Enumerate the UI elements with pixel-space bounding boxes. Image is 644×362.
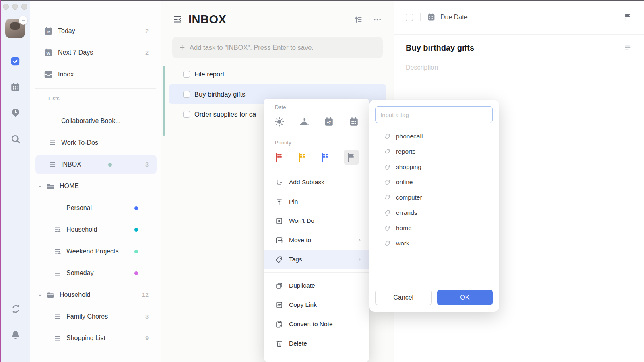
tag-option-online[interactable]: online (369, 175, 499, 190)
list-label: Family Chores (66, 313, 108, 320)
menu-item-pin[interactable]: Pin (264, 192, 369, 211)
tag-option-reports[interactable]: reports (369, 144, 499, 159)
note-lines-icon[interactable] (623, 43, 632, 52)
priority-low-button[interactable] (320, 152, 331, 162)
sidebar: Today 2 Next 7 Days 2 Inbox Lists Collab… (30, 0, 161, 362)
date-tomorrow-button[interactable] (299, 117, 310, 127)
due-date-button[interactable]: Due Date (427, 13, 468, 21)
date-section-label: Date (275, 104, 358, 110)
menu-item-copy-link[interactable]: Copy Link (264, 295, 369, 315)
notifications-button[interactable] (10, 330, 21, 341)
sort-icon[interactable] (354, 15, 363, 24)
add-task-input[interactable]: Add task to "INBOX". Press Enter to save… (172, 37, 383, 58)
page-title: INBOX (188, 11, 226, 27)
sidebar-item-inbox[interactable]: Inbox (30, 64, 161, 85)
sidebar-item-today[interactable]: Today 2 (30, 20, 161, 42)
sync-icon (10, 303, 21, 315)
list-icon (48, 160, 56, 169)
tag-input[interactable] (375, 106, 493, 123)
menu-item-label: Add Subtask (289, 179, 324, 186)
date-custom-button[interactable] (349, 117, 359, 127)
sidebar-list-shopping-list[interactable]: Shopping List 9 (30, 327, 161, 349)
sidebar-list-someday[interactable]: Someday (30, 262, 161, 284)
avatar[interactable] (5, 19, 25, 38)
tag-option-home[interactable]: home (369, 220, 499, 236)
sidebar-scrollbar-thumb[interactable] (163, 66, 165, 136)
sidebar-folder-home[interactable]: HOME (30, 175, 161, 197)
tag-icon (384, 164, 391, 171)
priority-medium-button[interactable] (297, 152, 308, 162)
sidebar-list-collaborative[interactable]: Collaborative Book... (30, 110, 161, 132)
description-placeholder[interactable]: Description (406, 64, 633, 71)
tasks-nav-button[interactable] (10, 56, 21, 66)
tag-icon (384, 194, 391, 201)
calendar-nav-button[interactable] (10, 82, 21, 93)
cancel-button[interactable]: Cancel (375, 290, 432, 305)
task-checkbox[interactable] (183, 91, 190, 98)
task-title: Order supplies for ca (194, 111, 256, 118)
menu-item-label: Delete (289, 340, 307, 347)
date-next-week-button[interactable] (324, 117, 334, 127)
tag-label: computer (396, 194, 422, 201)
priority-options-row (264, 149, 369, 166)
task-checkbox[interactable] (183, 111, 190, 118)
yellow-flag-icon (297, 152, 308, 162)
tag-option-errands[interactable]: errands (369, 205, 499, 220)
sidebar-list-personal[interactable]: Personal (30, 197, 161, 219)
sidebar-item-label: Today (58, 27, 75, 35)
list-icon (48, 139, 56, 147)
detail-task-title[interactable]: Buy birthday gifts (406, 43, 474, 53)
sidebar-list-work-todos[interactable]: Work To-Dos (30, 132, 161, 154)
detail-task-checkbox[interactable] (406, 14, 413, 21)
submenu-chevron-icon (356, 237, 363, 244)
sun-today-icon (274, 117, 285, 127)
menu-item-move-to[interactable]: Move to (264, 230, 369, 250)
close-button[interactable] (3, 4, 9, 10)
task-row[interactable]: File report (169, 64, 386, 84)
vertical-divider (420, 13, 421, 21)
sidebar-folder-household[interactable]: Household 12 (30, 284, 161, 306)
list-color-dot (134, 250, 138, 253)
sidebar-item-next-7-days[interactable]: Next 7 Days 2 (30, 42, 161, 64)
menu-item-delete[interactable]: Delete (264, 334, 369, 353)
sidebar-list-family-chores[interactable]: Family Chores 3 (30, 306, 161, 327)
task-checkbox[interactable] (183, 71, 190, 78)
menu-item-tags-highlighted[interactable]: Tags (264, 250, 369, 269)
zoom-button[interactable] (21, 4, 27, 10)
search-nav-button[interactable] (10, 134, 21, 144)
task-context-menu: Date Priority Add Subtask Pin Won't Do M… (264, 99, 369, 362)
more-options-icon[interactable] (373, 15, 382, 24)
move-to-icon (275, 236, 283, 245)
menu-item-wont-do[interactable]: Won't Do (264, 211, 369, 230)
menu-item-label: Copy Link (289, 301, 317, 309)
priority-high-button[interactable] (274, 152, 285, 162)
folder-label: HOME (60, 183, 79, 190)
calendar-today-icon (43, 26, 53, 36)
minimize-button[interactable] (12, 4, 18, 10)
list-icon (48, 117, 56, 125)
window-left-border (0, 0, 1, 362)
pomodoro-nav-button[interactable] (10, 107, 21, 118)
menu-divider (264, 272, 369, 273)
menu-item-add-subtask[interactable]: Add Subtask (264, 173, 369, 192)
menu-item-duplicate[interactable]: Duplicate (264, 276, 369, 295)
tag-option-phonecall[interactable]: phonecall (369, 129, 499, 144)
collapse-sidebar-icon[interactable] (172, 14, 183, 25)
date-options-row (264, 113, 369, 130)
list-label: Collaborative Book... (61, 117, 121, 125)
date-today-button[interactable] (274, 117, 285, 127)
sidebar-list-household[interactable]: Household (30, 219, 161, 241)
tag-label: home (396, 224, 412, 232)
count-badge: 2 (145, 49, 149, 56)
sidebar-list-inbox-selected[interactable]: INBOX 3 (30, 154, 161, 175)
priority-flag-icon[interactable] (623, 13, 632, 21)
tag-option-work[interactable]: work (369, 236, 499, 251)
priority-none-button-selected[interactable] (344, 150, 359, 165)
menu-item-convert-to-note[interactable]: Convert to Note (264, 315, 369, 334)
sync-button[interactable] (10, 303, 21, 315)
list-color-dot (134, 228, 138, 232)
ok-button[interactable]: OK (437, 290, 493, 305)
sidebar-list-weekend-projects[interactable]: Weekend Projects (30, 241, 161, 262)
tag-option-computer[interactable]: computer (369, 190, 499, 205)
tag-option-shopping[interactable]: shopping (369, 159, 499, 175)
